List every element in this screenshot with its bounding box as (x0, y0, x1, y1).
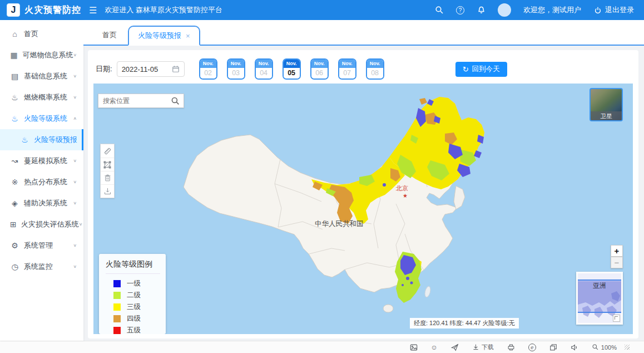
legend-swatch-level3 (113, 303, 121, 311)
legend-swatch-level1 (113, 280, 121, 287)
resize-grip[interactable] (625, 345, 630, 350)
page-zoom-control[interactable]: 100% (592, 344, 617, 351)
sidebar-item-label: 首页 (24, 29, 38, 39)
map-search-input[interactable] (103, 97, 171, 105)
logout-label: 退出登录 (605, 5, 634, 15)
zoom-in-button[interactable]: + (611, 245, 623, 257)
tab-home[interactable]: 首页 (91, 26, 128, 45)
legend-label: 四级 (127, 314, 141, 323)
zoom-level-value: 100% (601, 344, 617, 351)
polygon-select-icon (103, 160, 112, 169)
ie-mode-button[interactable]: e (528, 344, 536, 351)
sidebar-item-system-management[interactable]: ⚙ 系统管理 ∨ (0, 235, 83, 256)
sidebar-item-system-monitor[interactable]: ◷ 系统监控 ∨ (0, 256, 83, 277)
download-arrow-icon (472, 344, 479, 351)
logout-button[interactable]: 退出登录 (593, 5, 634, 15)
date-chip[interactable]: Nov. 03 (227, 58, 245, 80)
close-icon[interactable]: × (186, 32, 190, 40)
print-button[interactable] (507, 344, 515, 351)
back-to-today-button[interactable]: ↻ 回到今天 (455, 62, 507, 77)
search-icon[interactable] (171, 96, 180, 106)
chip-day: 04 (256, 68, 272, 79)
sidebar-item-hotspot-distribution[interactable]: ※ 热点分布系统 ∨ (0, 171, 83, 193)
download-manager-button[interactable]: 下载 (472, 343, 494, 351)
date-chip[interactable]: Nov. 08 (366, 58, 384, 80)
coordinate-readout: 经度: 120.41 纬度: 44.47 火险等级:无 (410, 318, 519, 329)
chevron-down-icon: ∨ (73, 74, 77, 79)
satellite-layer-toggle[interactable]: 卫星 (589, 88, 623, 121)
overview-region-label: 亚洲 (578, 281, 621, 291)
sidebar-item-fire-risk-level[interactable]: ♨ 火险等级系统 ∧ (0, 108, 83, 129)
sidebar-item-loss-assessment[interactable]: ⊞ 火灾损失评估系统 ∨ (0, 214, 83, 235)
screenshot-button[interactable] (410, 344, 418, 351)
tab-fire-risk-forecast[interactable]: 火险等级预报 × (128, 26, 200, 46)
date-chip[interactable]: Nov. 06 (310, 58, 329, 80)
menu-fold-icon[interactable]: ☰ (89, 5, 97, 16)
date-chip-selected[interactable]: Nov. 05 (283, 58, 301, 80)
user-avatar[interactable] (498, 3, 511, 17)
mute-button[interactable] (571, 344, 578, 351)
window-mode-button[interactable] (549, 344, 557, 351)
sidebar-item-spread-simulation[interactable]: ↝ 蔓延模拟系统 ∨ (0, 150, 83, 171)
delete-draw-button[interactable] (101, 171, 114, 184)
emoji-icon[interactable]: ☺ (431, 344, 438, 351)
decision-support-icon: ◈ (10, 199, 19, 208)
overview-collapse-icon[interactable] (613, 315, 620, 322)
chip-month: Nov. (256, 60, 272, 68)
map-tools (100, 144, 115, 198)
content-panel: 日期: Nov. 02 Nov. 03 (88, 50, 638, 339)
tab-bar: 首页 火险等级预报 × (83, 20, 644, 46)
bell-icon[interactable] (477, 6, 486, 14)
chip-month: Nov. (200, 60, 216, 68)
fire-risk-forecast-icon: ♨ (20, 135, 29, 144)
country-label: 中华人民共和国 (315, 220, 364, 228)
zoom-out-button[interactable]: − (611, 257, 623, 268)
sidebar-item-burn-probability[interactable]: ♨ 燃烧概率系统 ∨ (0, 87, 83, 108)
map-canvas[interactable]: 北京 ★ 中华人民共和国 (93, 84, 633, 334)
sidebar-item-fire-risk-forecast[interactable]: ♨ 火险等级预报 (0, 129, 83, 150)
sidebar-item-decision-support[interactable]: ◈ 辅助决策系统 ∨ (0, 193, 83, 214)
date-chip-row: Nov. 02 Nov. 03 Nov. 04 Nov. 05 (199, 58, 384, 80)
chip-day: 05 (284, 68, 300, 79)
today-label: 回到今天 (472, 65, 500, 74)
sidebar-item-home[interactable]: ⌂ 首页 (0, 23, 83, 45)
overview-map[interactable]: 亚洲 (576, 272, 623, 325)
header-right: ? 欢迎您，测试用户 退出登录 (435, 3, 644, 17)
search-icon[interactable] (435, 6, 444, 14)
app-header: J 火灾预警防控 ☰ 欢迎进入 森林草原火灾预警防控平台 ? 欢迎您，测试用户 … (0, 0, 644, 20)
measure-ruler-button[interactable] (101, 144, 114, 158)
legend-row: 五级 (106, 325, 160, 334)
date-chip[interactable]: Nov. 04 (255, 58, 273, 80)
map-search-box[interactable] (98, 94, 184, 108)
chevron-down-icon: ∨ (73, 53, 77, 57)
ruler-icon (103, 146, 112, 156)
help-icon[interactable]: ? (456, 6, 464, 14)
combustible-info-icon: ▦ (10, 51, 18, 60)
sidebar-item-label: 系统管理 (24, 241, 53, 251)
chip-day: 03 (228, 68, 244, 79)
date-chip[interactable]: Nov. 07 (338, 58, 356, 80)
chip-month: Nov. (228, 60, 244, 68)
download-icon (103, 187, 112, 195)
date-picker[interactable] (117, 61, 185, 77)
home-icon: ⌂ (10, 30, 19, 38)
polygon-select-button[interactable] (101, 158, 114, 171)
date-input[interactable] (122, 65, 170, 73)
gear-icon: ⚙ (10, 241, 19, 250)
chip-month: Nov. (339, 60, 355, 68)
boost-button[interactable] (451, 344, 459, 351)
legend-label: 二级 (127, 291, 141, 300)
export-download-button[interactable] (101, 184, 114, 198)
sidebar-item-label: 火险等级预报 (34, 135, 77, 145)
legend-label: 一级 (127, 279, 141, 288)
sidebar-item-combustible-info[interactable]: ▦ 可燃物信息系统 ∨ (0, 45, 83, 66)
speaker-icon (571, 344, 578, 351)
date-chip[interactable]: Nov. 02 (199, 58, 217, 80)
chip-day: 06 (311, 68, 328, 79)
hotspot-distribution-icon: ※ (10, 178, 19, 187)
capital-star-icon: ★ (403, 193, 408, 199)
sidebar-item-base-info[interactable]: ▤ 基础信息系统 ∨ (0, 66, 83, 87)
sidebar: ⌂ 首页 ▦ 可燃物信息系统 ∨ ▤ 基础信息系统 ∨ ♨ 燃烧概率系统 ∨ ♨… (0, 20, 83, 341)
spread-simulation-icon: ↝ (10, 156, 19, 165)
flame-icon: ♨ (10, 93, 19, 102)
